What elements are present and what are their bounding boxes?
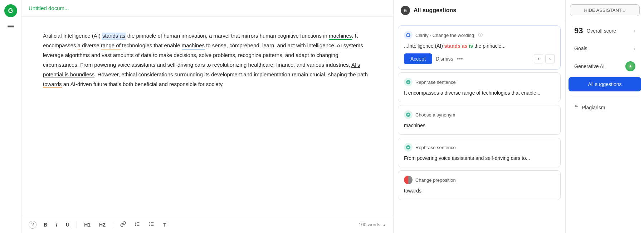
all-suggestions-label: All suggestions <box>588 81 621 87</box>
card5-type: Change preposition <box>415 177 456 183</box>
highlight-stands-as: stands as <box>102 33 126 39</box>
underline-button[interactable]: U <box>64 220 71 229</box>
help-button[interactable]: ? <box>29 221 36 229</box>
suggestions-list: Clarity · Change the wording ⓘ ...Intell… <box>394 21 565 233</box>
svg-point-8 <box>150 225 150 225</box>
goals-label: Goals <box>574 46 587 51</box>
document-title[interactable]: Untitled docum... <box>29 5 69 11</box>
underline-towards: towards <box>43 81 62 88</box>
preposition-icon <box>406 177 411 182</box>
logo-icon: G <box>8 7 13 15</box>
strike-text: stands as <box>444 43 468 49</box>
card3-text: machines <box>404 122 555 129</box>
card1-actions: Accept Dismiss ••• ‹ › <box>404 53 555 64</box>
accept-button[interactable]: Accept <box>404 53 432 64</box>
editor-area: Untitled docum... Artificial Intelligenc… <box>21 0 394 233</box>
h1-button[interactable]: H1 <box>83 220 92 229</box>
score-chevron-icon: › <box>634 28 635 34</box>
plagiarism-label: Plagiarism <box>582 105 605 110</box>
card1-text: ...Intelligence (AI) stands as is the pi… <box>404 42 555 50</box>
svg-point-14 <box>406 178 410 182</box>
sidebar-item-score[interactable]: 93 Overall score › <box>569 22 641 40</box>
hide-assistant-button[interactable]: HIDE ASSISTANT » <box>570 4 640 16</box>
word-count-text: 100 words <box>358 222 380 227</box>
dismiss-button[interactable]: Dismiss <box>436 56 453 62</box>
sidebar-item-generative-ai[interactable]: Generative AI ✦ <box>569 57 641 76</box>
word-count-icon: ▲ <box>382 223 386 227</box>
menu-button[interactable] <box>4 20 17 33</box>
underline-a: a <box>78 42 80 49</box>
suggestions-badge: 5 <box>401 6 410 15</box>
help-icon: ? <box>31 222 34 227</box>
svg-point-7 <box>150 224 150 224</box>
right-sidebar: HIDE ASSISTANT » 93 Overall score › Goal… <box>565 0 644 233</box>
logo-button[interactable]: G <box>4 4 17 17</box>
generative-ai-item-left: Generative AI <box>574 63 605 69</box>
rephrase-icon-2 <box>406 80 411 85</box>
word-count: 100 words ▲ <box>358 222 386 227</box>
clear-format-button[interactable]: T <box>162 220 168 229</box>
hamburger-line2 <box>8 26 14 27</box>
underline-range-of: range of <box>101 42 121 49</box>
underline-machines-1: machines <box>329 33 352 40</box>
italic-button[interactable]: I <box>54 220 59 229</box>
more-button[interactable]: ••• <box>457 56 463 62</box>
bottom-toolbar: ? B I U H1 H2 T 100 words ▲ <box>21 216 393 233</box>
editor-paragraph: Artificial Intelligence (AI) stands as t… <box>43 31 372 89</box>
sidebar-item-all-suggestions[interactable]: All suggestions <box>569 77 641 91</box>
synonym-icon <box>406 112 411 117</box>
editor-content[interactable]: Artificial Intelligence (AI) stands as t… <box>21 16 393 216</box>
suggestion-card-4[interactable]: Rephrase sentence From powering voice as… <box>398 138 561 167</box>
card3-header: Choose a synonym <box>404 110 555 119</box>
link-button[interactable] <box>119 220 127 229</box>
info-icon-1[interactable]: ⓘ <box>478 32 483 38</box>
card1-type: Clarity · Change the wording <box>415 33 474 38</box>
card1-header: Clarity · Change the wording ⓘ <box>404 31 555 39</box>
ordered-list-button[interactable] <box>133 220 142 229</box>
sidebar-item-goals[interactable]: Goals › <box>569 41 641 56</box>
hamburger-line1 <box>8 25 14 25</box>
suggestions-title: All suggestions <box>414 7 456 14</box>
sidebar-item-plagiarism[interactable]: ❝ Plagiarism <box>569 99 641 116</box>
card5-text: towards <box>404 187 555 195</box>
ordered-list-icon <box>135 221 140 227</box>
card3-type: Choose a synonym <box>415 112 455 118</box>
card2-type: Rephrase sentence <box>415 80 456 85</box>
suggestion-card-2[interactable]: Rephrase sentence It encompasses a diver… <box>398 72 561 102</box>
clarity-icon <box>406 33 411 38</box>
suggestions-panel: 5 All suggestions Clarity · Change the w… <box>394 0 565 233</box>
card4-type: Rephrase sentence <box>415 145 456 150</box>
prev-button[interactable]: ‹ <box>534 54 543 63</box>
svg-point-6 <box>150 222 150 223</box>
card4-icon <box>404 143 413 152</box>
underline-potential: AI's potential is boundless <box>43 62 360 77</box>
h2-button[interactable]: H2 <box>98 220 107 229</box>
left-toolbar: G <box>0 0 21 233</box>
plagiarism-icon: ❝ <box>574 103 578 112</box>
goals-item-left: Goals <box>574 46 587 51</box>
unordered-list-button[interactable] <box>147 220 156 229</box>
suggestion-card-1[interactable]: Clarity · Change the wording ⓘ ...Intell… <box>398 25 561 70</box>
card2-header: Rephrase sentence <box>404 78 555 86</box>
underline-machines-2: machines <box>182 42 205 49</box>
card3-icon <box>404 110 413 119</box>
card5-header: Change preposition <box>404 176 555 184</box>
card4-text: From powering voice assistants and self-… <box>404 154 555 162</box>
bold-button[interactable]: B <box>42 220 49 229</box>
insert-text: is <box>469 43 473 49</box>
suggestion-card-3[interactable]: Choose a synonym machines <box>398 105 561 135</box>
toolbar-separator-1 <box>77 221 77 228</box>
card2-text: It encompasses a diverse range of techno… <box>404 89 555 97</box>
suggestions-count: 5 <box>404 8 406 13</box>
hamburger-line3 <box>8 28 14 28</box>
suggestion-card-5[interactable]: Change preposition towards <box>398 170 561 200</box>
next-button[interactable]: › <box>545 54 555 63</box>
goals-chevron-icon: › <box>634 46 635 51</box>
unordered-list-icon <box>149 221 155 227</box>
toolbar-separator-2 <box>113 221 113 228</box>
score-item-left: 93 Overall score <box>574 26 616 35</box>
card2-icon <box>404 78 413 86</box>
overall-score-label: Overall score <box>586 28 616 34</box>
generative-ai-label: Generative AI <box>574 63 605 69</box>
nav-arrows: ‹ › <box>534 54 555 63</box>
